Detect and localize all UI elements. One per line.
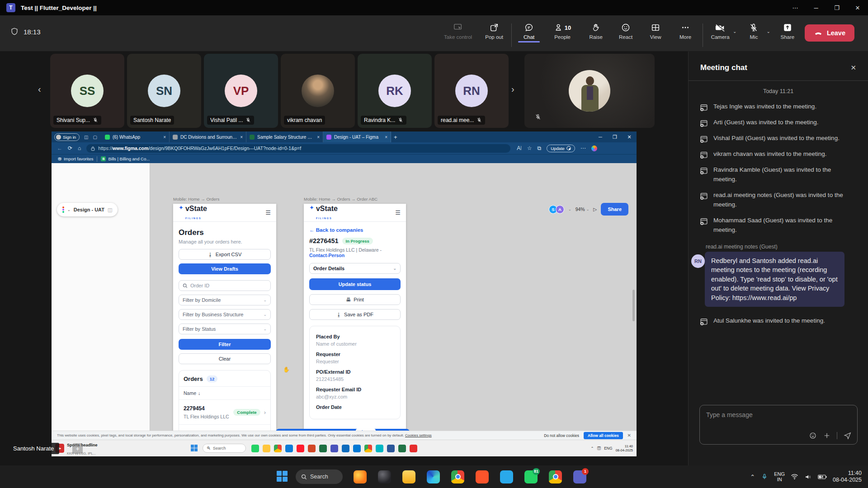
filmstrip-prev-icon[interactable]: ‹ bbox=[38, 84, 41, 94]
chat-message-input[interactable]: Type a message bbox=[699, 405, 858, 445]
mic-button[interactable]: Mic bbox=[741, 19, 766, 40]
app-icon[interactable] bbox=[297, 445, 304, 452]
refresh-icon[interactable]: ⟳ bbox=[68, 145, 72, 151]
more-button[interactable]: More bbox=[673, 19, 698, 40]
view-drafts-button[interactable]: View Drafts bbox=[179, 263, 271, 274]
canvas-scrollbar[interactable] bbox=[632, 290, 635, 321]
taskbar-search[interactable]: Search bbox=[296, 469, 343, 484]
app-icon[interactable] bbox=[387, 445, 395, 452]
app-icon[interactable] bbox=[451, 470, 464, 483]
chevron-down-icon[interactable]: ⌄ bbox=[67, 208, 71, 212]
workspaces-icon[interactable]: ◫ bbox=[84, 135, 88, 140]
collab-chevron-icon[interactable]: ⌄ bbox=[568, 207, 571, 211]
frame1-label[interactable]: Mobile: Home → Orders bbox=[173, 197, 219, 202]
app-icon[interactable] bbox=[319, 445, 327, 452]
app-icon[interactable] bbox=[330, 445, 338, 452]
filter-button[interactable]: Filter bbox=[179, 339, 271, 350]
sort-desc-icon[interactable]: ↓ bbox=[198, 390, 200, 396]
figma-canvas[interactable]: ⌄ Design - UAT ◫ SA ⌄ 94%⌄ ▷ Share Mobil… bbox=[52, 163, 637, 431]
app-icon[interactable] bbox=[274, 445, 282, 452]
app-icon[interactable] bbox=[354, 470, 367, 483]
tab-close-icon[interactable]: × bbox=[317, 135, 320, 140]
home-icon[interactable]: ⌂ bbox=[78, 145, 81, 151]
browser-more-icon[interactable]: ⋯ bbox=[580, 145, 586, 151]
spotlight-tile[interactable] bbox=[524, 54, 655, 128]
hamburger-icon[interactable]: ☰ bbox=[265, 209, 271, 216]
browser-update-button[interactable]: Update bbox=[547, 145, 575, 152]
bookmark-item[interactable]: BBills | Billing and Co... bbox=[101, 156, 150, 161]
order-id-search-input[interactable]: Order ID bbox=[179, 280, 271, 291]
wifi-icon[interactable] bbox=[791, 474, 798, 480]
participant-tile[interactable]: VP Vishal Patil ... bbox=[204, 54, 278, 128]
app-icon[interactable] bbox=[263, 445, 270, 452]
tab-close-icon[interactable]: × bbox=[385, 135, 387, 140]
attach-plus-icon[interactable] bbox=[823, 432, 831, 440]
app-icon[interactable] bbox=[251, 445, 259, 452]
add-overlay-icon[interactable]: + bbox=[72, 443, 83, 454]
order-row[interactable]: 2279451TL Flex Holdings LLC Complete › bbox=[179, 424, 270, 431]
close-icon[interactable]: ✕ bbox=[847, 0, 868, 15]
app-icon[interactable] bbox=[476, 470, 489, 483]
shared-search-input[interactable]: 🔍︎Search bbox=[203, 444, 246, 453]
collaborator-avatar[interactable]: A bbox=[556, 205, 564, 214]
people-button[interactable]: 10 People bbox=[546, 19, 579, 40]
filter-select[interactable]: Filter by Business Structure⌄ bbox=[179, 309, 271, 320]
back-link[interactable]: ← Back to companies bbox=[309, 227, 401, 233]
browser-tab[interactable]: DC Divisions and Surroundings × bbox=[170, 131, 246, 142]
present-icon[interactable]: ▷ bbox=[593, 206, 597, 212]
titlebar-more-icon[interactable]: ⋯ bbox=[785, 0, 806, 15]
send-icon[interactable] bbox=[843, 431, 852, 440]
app-icon[interactable] bbox=[427, 470, 440, 483]
read-aloud-icon[interactable]: A⦚ bbox=[517, 145, 522, 151]
app-icon[interactable] bbox=[285, 445, 293, 452]
app-icon[interactable] bbox=[549, 470, 562, 483]
url-field[interactable]: https://www.figma.com/design/9BKQ0FOHRWa… bbox=[86, 144, 510, 153]
import-favorites-button[interactable]: ⛃Import favorites bbox=[58, 156, 93, 161]
favorites-star-icon[interactable]: ☆ bbox=[527, 145, 532, 151]
filter-select[interactable]: Filter by Domicile⌄ bbox=[179, 295, 271, 305]
app-icon[interactable] bbox=[342, 445, 349, 452]
zoom-control[interactable]: 94%⌄ bbox=[576, 206, 590, 212]
hamburger-icon[interactable]: ☰ bbox=[395, 209, 401, 216]
app-icon[interactable] bbox=[308, 445, 316, 452]
copilot-icon[interactable] bbox=[591, 145, 597, 151]
language-indicator[interactable]: ENGIN bbox=[774, 471, 785, 482]
browser-tab[interactable]: Sample Salary Structure with calc × bbox=[246, 131, 323, 142]
tab-actions-icon[interactable]: ▢ bbox=[93, 135, 97, 140]
start-icon[interactable] bbox=[191, 445, 198, 452]
share-button[interactable]: Share bbox=[775, 19, 800, 40]
frame1-orders[interactable]: ✦ vStateFILINGS ☰ Orders Manage all your… bbox=[173, 204, 276, 431]
raise-hand-button[interactable]: Raise bbox=[583, 19, 609, 40]
tray-chevron-icon[interactable]: ⌃ bbox=[750, 474, 755, 480]
app-icon[interactable]: 81 bbox=[524, 470, 538, 483]
tray-chevron-icon[interactable]: ⌃ bbox=[591, 446, 594, 450]
battery-icon[interactable] bbox=[818, 474, 827, 480]
allow-cookies-button[interactable]: Allow all cookies bbox=[584, 432, 623, 439]
cookie-settings-link[interactable]: Cookies settings bbox=[405, 433, 432, 437]
app-icon[interactable] bbox=[364, 445, 372, 452]
figma-doc-pill[interactable]: ⌄ Design - UAT ◫ bbox=[57, 203, 118, 216]
browser-minimize-icon[interactable]: ─ bbox=[593, 131, 608, 142]
start-button[interactable] bbox=[277, 471, 288, 483]
leave-button[interactable]: Leave bbox=[805, 24, 854, 42]
filter-select[interactable]: Filter by Status⌄ bbox=[179, 324, 271, 334]
app-icon[interactable] bbox=[398, 445, 406, 452]
print-button[interactable]: 🖶Print bbox=[309, 294, 401, 305]
new-tab-icon[interactable]: + bbox=[394, 134, 397, 141]
app-icon[interactable] bbox=[410, 445, 417, 452]
camera-chevron-icon[interactable]: ⌄ bbox=[733, 29, 736, 34]
sidebar-toggle-icon[interactable]: ◫ bbox=[108, 207, 112, 213]
export-csv-button[interactable]: ⭳Export CSV bbox=[179, 249, 271, 260]
browser-close-icon[interactable]: ✕ bbox=[622, 131, 637, 142]
browser-maximize-icon[interactable]: ❐ bbox=[608, 131, 622, 142]
figma-share-button[interactable]: Share bbox=[601, 203, 628, 216]
app-icon[interactable] bbox=[376, 445, 383, 452]
clock[interactable]: 11:4008-04-2025 bbox=[833, 470, 862, 483]
browser-signin-button[interactable]: Sign in bbox=[54, 133, 80, 141]
participant-tile[interactable]: RK Ravindra K... bbox=[358, 54, 432, 128]
save-pdf-button[interactable]: ⭳Save as PDF bbox=[309, 309, 401, 320]
participant-tile[interactable]: SS Shivani Sup... bbox=[50, 54, 124, 128]
clear-button[interactable]: Clear bbox=[179, 353, 271, 364]
browser-tab[interactable]: Design - UAT – Figma × bbox=[323, 131, 391, 142]
app-icon[interactable] bbox=[378, 470, 391, 483]
